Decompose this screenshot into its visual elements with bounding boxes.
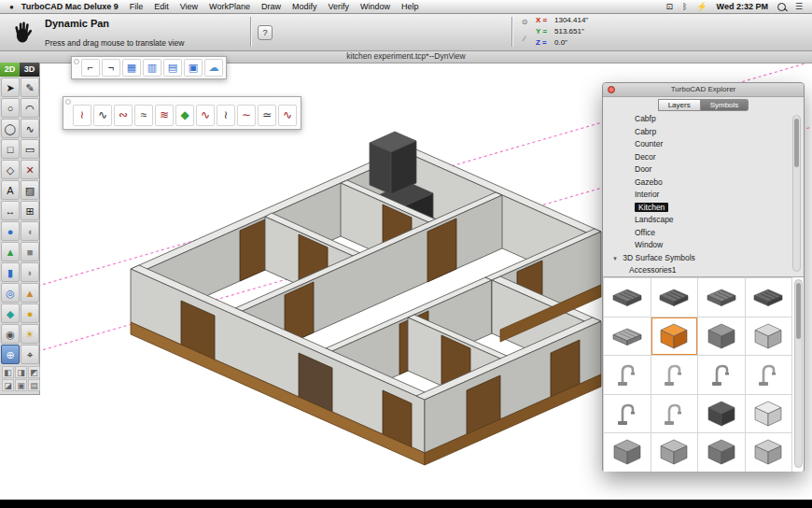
symbol-category[interactable]: Cabfp xyxy=(603,113,804,126)
island-cabinet-symbol[interactable] xyxy=(698,433,745,472)
display-icon[interactable]: ⊡ xyxy=(665,2,673,11)
notification-center-icon[interactable]: ☰ xyxy=(795,2,803,11)
view-cube-bottom-icon[interactable]: ▤ xyxy=(28,379,40,391)
select-tool-icon[interactable]: ➤ xyxy=(1,78,20,97)
zigzag-wall-icon[interactable]: ∿ xyxy=(196,105,215,126)
revision-cloud-icon[interactable]: ∿ xyxy=(278,105,297,126)
refrigerator-symbol[interactable] xyxy=(746,318,792,356)
hemisphere-tool-icon[interactable]: ◖ xyxy=(21,221,39,241)
sink-grate-symbol[interactable] xyxy=(604,278,651,317)
tab-layers[interactable]: Layers xyxy=(658,99,701,111)
mode-2d-button[interactable]: 2D xyxy=(0,63,20,77)
menu-clock[interactable]: Wed 2:32 PM xyxy=(717,2,768,11)
menu-item[interactable]: Window xyxy=(360,2,390,11)
ortho-mode-icon[interactable]: ⊙ xyxy=(519,14,530,31)
symbol-category[interactable]: Window xyxy=(603,239,804,252)
menu-item[interactable]: Draw xyxy=(261,2,281,11)
symbol-section-3d-surface[interactable]: ▼ 3D Surface Symbols xyxy=(603,252,804,264)
symbol-category[interactable]: Landscape xyxy=(603,214,804,227)
view-cube-side-icon[interactable]: ◩ xyxy=(28,366,40,378)
text-tool-icon[interactable]: A xyxy=(1,180,20,200)
base-cabinet-symbol[interactable] xyxy=(651,318,698,356)
symbol-category[interactable]: Kitchen xyxy=(603,202,804,215)
thumbnail-scrollbar[interactable] xyxy=(794,279,803,468)
counter-unit-symbol[interactable] xyxy=(604,433,651,472)
rectangle-tool-icon[interactable]: □ xyxy=(1,139,20,159)
symbol-subitem-accessories[interactable]: Accessories1 xyxy=(603,264,804,276)
symbol-category[interactable]: Interior xyxy=(603,189,804,202)
help-button[interactable]: ? xyxy=(258,25,273,40)
tall-cabinet-symbol[interactable] xyxy=(698,395,745,433)
spotlight-icon[interactable] xyxy=(777,3,786,11)
single-sink-symbol[interactable] xyxy=(698,278,745,317)
box-tool-icon[interactable]: ■ xyxy=(21,242,39,261)
sprayer-head-symbol[interactable] xyxy=(651,395,698,433)
door-tool-icon[interactable]: ⌐ xyxy=(81,59,100,77)
faucet-lever-symbol[interactable] xyxy=(698,356,745,394)
bluetooth-icon[interactable]: ᛒ xyxy=(682,2,687,11)
faucet-single-symbol[interactable] xyxy=(651,356,698,394)
symbol-category[interactable]: Counter xyxy=(603,138,804,151)
curve-wall-icon[interactable]: ∼ xyxy=(237,105,256,126)
cloud-wall-icon[interactable]: ≋ xyxy=(155,105,174,126)
toolbar-drag-handle[interactable] xyxy=(65,99,71,105)
doors-windows-toolbar[interactable]: ⌐¬▦▥▤▣☁ xyxy=(71,56,227,79)
symbol-category[interactable]: Door xyxy=(603,163,804,176)
wall-cabinet-symbol[interactable] xyxy=(698,318,745,356)
symbol-category[interactable]: Gazebo xyxy=(603,176,804,190)
drainboard-sink-symbol[interactable] xyxy=(604,318,651,356)
mode-3d-button[interactable]: 3D xyxy=(20,63,39,77)
dome-tool-icon[interactable]: ◗ xyxy=(21,262,39,282)
spline-tool-icon[interactable]: ∿ xyxy=(21,119,39,138)
camera-tool-icon[interactable]: ◉ xyxy=(1,324,20,344)
wall-opening-tool-icon[interactable]: ▣ xyxy=(184,59,203,77)
hatch-tool-icon[interactable]: ▨ xyxy=(21,180,39,200)
torus-tool-icon[interactable]: ◎ xyxy=(1,283,20,303)
corner-cabinet-symbol[interactable] xyxy=(651,433,698,472)
menu-item[interactable]: Edit xyxy=(154,2,169,11)
view-cube-back-icon[interactable]: ▣ xyxy=(15,379,27,391)
grid-tool-icon[interactable]: ⊞ xyxy=(21,201,39,220)
battery-icon[interactable]: ⚡ xyxy=(696,2,707,11)
smooth-wall-icon[interactable]: ≃ xyxy=(258,105,276,126)
pyramid-tool-icon[interactable]: ▲ xyxy=(21,283,39,303)
toolbar-drag-handle[interactable] xyxy=(74,59,79,64)
app-menu-title[interactable]: TurboCAD Mac Deluxe 9 xyxy=(21,2,119,11)
sink-base-symbol[interactable] xyxy=(746,433,792,472)
menu-item[interactable]: Modify xyxy=(292,2,317,11)
menu-item[interactable]: WorkPlane xyxy=(209,2,250,11)
apple-menu-icon[interactable]: ● xyxy=(9,3,14,11)
wavy-wall-icon[interactable]: ∿ xyxy=(93,105,112,126)
ellipse-tool-icon[interactable]: ◯ xyxy=(1,119,20,138)
bezier-wall-icon[interactable]: ≈ xyxy=(134,105,153,126)
category-scrollbar[interactable] xyxy=(792,115,801,272)
symbol-category[interactable]: Cabrp xyxy=(603,126,804,139)
symbol-category[interactable]: Decor xyxy=(603,151,804,164)
arc-wall-icon[interactable]: ∾ xyxy=(114,105,133,126)
double-sink-symbol[interactable] xyxy=(651,278,698,317)
drain-grate-symbol[interactable] xyxy=(746,278,792,317)
wall-curves-toolbar[interactable]: ≀∿∾≈≋◆∿≀∼≃∿ xyxy=(63,96,301,130)
symbol-diamond-icon[interactable]: ◆ xyxy=(175,105,194,126)
prism-tool-icon[interactable]: ◆ xyxy=(1,303,20,323)
coordinate-mode-icons[interactable]: ⊙ ∕ xyxy=(519,14,530,48)
cross-line-tool-icon[interactable]: ✕ xyxy=(21,160,39,179)
dimension-tool-icon[interactable]: ↔ xyxy=(1,201,20,220)
explorer-title-bar[interactable]: TurboCAD Explorer xyxy=(603,83,804,97)
pan-tool-icon[interactable]: ⊕ xyxy=(1,345,20,364)
circle-tool-icon[interactable]: ○ xyxy=(1,98,20,118)
sliding-window-tool-icon[interactable]: ▤ xyxy=(163,59,182,77)
sphere-tool-icon[interactable]: ● xyxy=(1,221,20,241)
cone-tool-icon[interactable]: ▲ xyxy=(1,242,20,261)
small-appliance-symbol[interactable] xyxy=(746,395,792,433)
menu-item[interactable]: View xyxy=(180,2,198,11)
zoom-tool-icon[interactable]: ⌖ xyxy=(21,345,39,364)
thumbnail-scrollbar-thumb[interactable] xyxy=(796,283,801,339)
polygon-tool-icon[interactable]: ◇ xyxy=(1,160,20,179)
faucet-spray-symbol[interactable] xyxy=(604,395,651,433)
menu-item[interactable]: File xyxy=(130,2,144,11)
angle-mode-icon[interactable]: ∕ xyxy=(519,31,530,48)
view-cube-front-icon[interactable]: ◨ xyxy=(15,366,27,378)
disclosure-triangle-icon[interactable]: ▼ xyxy=(612,256,618,261)
window-grid-tool-icon[interactable]: ▦ xyxy=(122,59,141,77)
